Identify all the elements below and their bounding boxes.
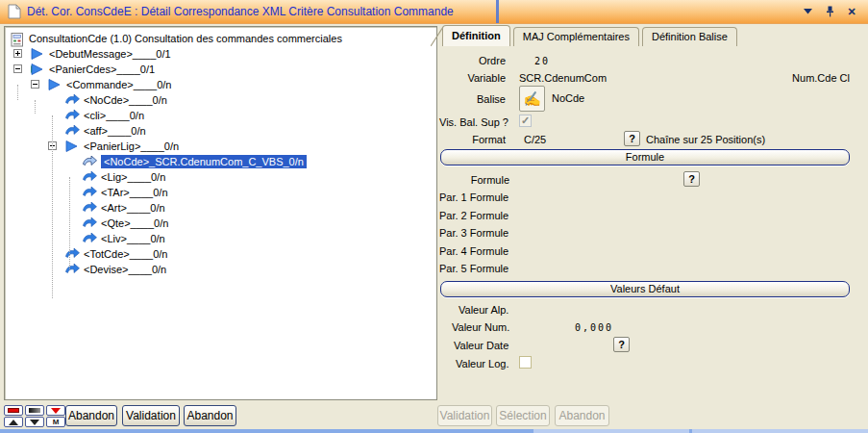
dark-bar-icon	[29, 408, 40, 413]
triangle-down-icon[interactable]	[25, 417, 44, 427]
tree-item-label[interactable]: <PanierLig>____0/n	[84, 140, 179, 153]
triangle-up-icon	[9, 420, 18, 425]
leaf-arrow-icon	[65, 110, 80, 122]
abandon-button[interactable]: Abandon	[65, 405, 117, 426]
valeur-num-label: Valeur Num.	[452, 321, 509, 333]
tree-item-label[interactable]: <Lig>____0/n	[101, 170, 165, 184]
tree-item[interactable]: <NoCde>_SCR.CdenumCom_C_VBS_0/n	[5, 154, 436, 169]
tree-item[interactable]: <Commande>____0/n	[5, 77, 436, 92]
leaf-arrow-icon	[65, 248, 80, 261]
tree-connector-line	[69, 177, 70, 269]
valeur-date-help-button[interactable]: ?	[613, 337, 630, 352]
taskbar-segment-divider	[689, 429, 692, 433]
ordre-value[interactable]: 20	[534, 56, 550, 66]
triangle-up-icon[interactable]	[4, 417, 23, 427]
red-triangle-down-icon	[51, 408, 61, 414]
chevron-down-icon[interactable]	[801, 5, 814, 18]
format-label: Format	[440, 134, 506, 145]
leaf-arrow-icon	[83, 187, 97, 199]
tab-maj-compl-mentaires[interactable]: MAJ Complémentaires	[513, 27, 639, 46]
variable-label: Variable	[440, 72, 506, 84]
par-2-formule-label: Par. 2 Formule	[439, 210, 508, 221]
xml-tree-panel[interactable]: ConsultationCde (1.0) Consultation des c…	[4, 26, 437, 400]
valeur-log-checkbox[interactable]	[519, 356, 532, 369]
tree-connector-line	[17, 85, 18, 100]
valeur-alp-label: Valeur Alp.	[459, 304, 508, 316]
variable-value[interactable]: SCR.CdenumCom	[519, 72, 607, 84]
tree-item-label[interactable]: <Liv>____0/n	[101, 232, 165, 245]
dark-bar-icon[interactable]	[25, 405, 44, 416]
par-5-formule-label: Par. 5 Formule	[439, 263, 508, 274]
letter-m-icon[interactable]: M	[46, 417, 65, 427]
validation-button-disabled: Validation	[437, 405, 492, 426]
window-controls: ✕	[801, 0, 858, 23]
vis-bal-sup-label: Vis. Bal. Sup ?	[439, 116, 508, 128]
branch-arrow-icon	[31, 48, 43, 62]
abandon-button-disabled: Abandon	[555, 405, 609, 426]
tree-item[interactable]: <NoCde>____0/n	[5, 92, 436, 108]
tree-connector-line	[35, 100, 36, 114]
tree-item[interactable]: <DebutMessage>____0/1	[5, 46, 436, 62]
collapse-minus-icon[interactable]	[13, 64, 22, 73]
tree-item-label[interactable]: <Art>____0/n	[101, 201, 165, 215]
tree-item-label[interactable]: <aff>____0/n	[84, 124, 146, 138]
valeur-date-label: Valeur Date	[454, 340, 508, 351]
writing-hand-icon: ✍	[523, 91, 541, 106]
valeurs-defaut-group-button[interactable]: Valeurs Défaut	[440, 281, 850, 297]
close-icon[interactable]: ✕	[845, 5, 858, 18]
triangle-down-icon	[30, 420, 39, 425]
leaf-arrow-icon	[65, 125, 80, 138]
tree-item-label[interactable]: <Devise>____0/n	[84, 263, 166, 276]
tab-d-finition-balise[interactable]: Définition Balise	[642, 27, 737, 46]
valeur-num-value[interactable]: 0,000	[575, 322, 613, 333]
red-triangle-down-icon[interactable]	[46, 405, 65, 416]
abandon-button[interactable]: Abandon	[184, 405, 236, 426]
document-icon	[8, 4, 21, 19]
pin-icon[interactable]	[823, 5, 836, 18]
expand-plus-icon[interactable]	[13, 49, 22, 58]
vis-bal-sup-checkbox[interactable]: ✓	[519, 115, 532, 127]
variable-hint: Num.Cde Cl	[673, 72, 850, 84]
tree-item-label[interactable]: <PanierCdes>____0/1	[49, 63, 155, 76]
tree-item-label[interactable]: ConsultationCde (1.0) Consultation des c…	[29, 32, 342, 45]
tree-item[interactable]: <aff>____0/n	[5, 123, 436, 139]
tree-item-label[interactable]: <cli>____0/n	[84, 109, 144, 122]
red-bar-icon[interactable]	[4, 405, 23, 416]
tree-item-label[interactable]: <TAr>____0/n	[101, 186, 168, 199]
balise-picker-button[interactable]: ✍	[519, 86, 545, 112]
tabstrip: DéfinitionMAJ ComplémentairesDéfinition …	[442, 26, 740, 46]
leaf-arrow-icon	[83, 202, 97, 215]
validation-button[interactable]: Validation	[122, 405, 180, 426]
tree-item-label[interactable]: <NoCde>____0/n	[84, 93, 167, 107]
titlebar-divider	[496, 0, 499, 23]
tab-d-finition[interactable]: Définition	[442, 25, 510, 46]
format-help-button[interactable]: ?	[624, 131, 640, 146]
formule-group-button[interactable]: Formule	[440, 149, 850, 166]
taskbar-edge	[0, 429, 868, 433]
tree-item[interactable]: <PanierCdes>____0/1	[5, 62, 436, 77]
leaf-arrow-icon	[65, 264, 80, 276]
par-3-formule-label: Par. 3 Formule	[439, 227, 508, 239]
tree-item[interactable]: <PanierLig>____0/n	[5, 139, 436, 154]
valeur-log-label: Valeur Log.	[456, 358, 508, 369]
tree-item-label[interactable]: <TotCde>____0/n	[84, 247, 167, 261]
taskbar-segment	[533, 429, 868, 433]
tree-item-label[interactable]: <Qte>____0/n	[101, 216, 168, 230]
tree-item[interactable]: <cli>____0/n	[5, 108, 436, 123]
letter-m-icon: M	[53, 419, 60, 426]
format-value[interactable]: C/25	[524, 134, 546, 145]
branch-arrow-icon	[48, 79, 61, 92]
tree-item-label[interactable]: <DebutMessage>____0/1	[49, 47, 171, 61]
tree-item[interactable]: ConsultationCde (1.0) Consultation des c…	[5, 31, 436, 46]
ordre-label: Ordre	[440, 55, 506, 66]
leaf-arrow-icon	[83, 233, 97, 245]
tree-item-label[interactable]: <Commande>____0/n	[66, 78, 171, 91]
formule-help-button[interactable]: ?	[683, 171, 700, 187]
leaf-arrow-icon	[83, 156, 97, 168]
leaf-arrow-icon	[83, 171, 97, 184]
collapse-minus-icon[interactable]	[31, 80, 39, 89]
balise-value[interactable]: NoCde	[552, 92, 584, 104]
tree-item-label-selected[interactable]: <NoCde>_SCR.CdenumCom_C_VBS_0/n	[101, 155, 307, 168]
branch-arrow-icon	[31, 64, 43, 77]
leaf-arrow-icon	[83, 217, 97, 230]
